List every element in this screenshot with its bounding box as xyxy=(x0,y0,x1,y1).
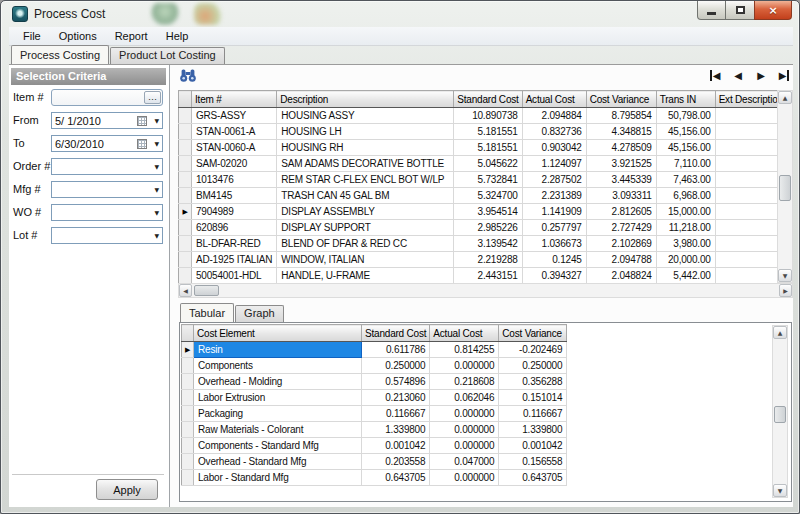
cell-standard_cost[interactable]: 5.324700 xyxy=(454,188,522,204)
dropdown-arrow-icon[interactable]: ▼ xyxy=(154,141,159,147)
row-selector[interactable] xyxy=(182,470,194,486)
cell-cost_variance[interactable]: 0.250000 xyxy=(499,358,567,374)
cell-actual_cost[interactable]: 2.094884 xyxy=(522,108,586,124)
table-row[interactable]: 620896DISPLAY SUPPORT2.9852260.2577972.7… xyxy=(179,220,789,236)
cell-item[interactable]: BM4145 xyxy=(192,188,277,204)
scroll-down-button[interactable]: ▼ xyxy=(778,269,792,282)
cell-standard_cost[interactable]: 10.890738 xyxy=(454,108,522,124)
table-row[interactable]: Overhead - Molding0.5748960.2186080.3562… xyxy=(182,374,567,390)
cell-actual_cost[interactable]: 0.814255 xyxy=(430,342,499,358)
column-header-cost-variance[interactable]: Cost Variance xyxy=(499,325,567,342)
tab-graph[interactable]: Graph xyxy=(235,305,284,322)
cell-actual_cost[interactable]: 1.036673 xyxy=(522,236,586,252)
cell-standard_cost[interactable]: 5.181551 xyxy=(454,140,522,156)
row-selector[interactable] xyxy=(179,236,192,252)
menu-item-options[interactable]: Options xyxy=(50,28,106,44)
cell-cost_variance[interactable]: 0.001042 xyxy=(499,438,567,454)
cell-actual_cost[interactable]: 0.218608 xyxy=(430,374,499,390)
table-row[interactable]: Overhead - Standard Mfg0.2035580.0470000… xyxy=(182,454,567,470)
cell-standard_cost[interactable]: 5.045622 xyxy=(454,156,522,172)
scroll-left-button[interactable]: ◀ xyxy=(179,284,192,297)
cell-cost_variance[interactable]: 2.094788 xyxy=(586,252,656,268)
cell-standard_cost[interactable]: 0.213060 xyxy=(362,390,430,406)
cell-cost_variance[interactable]: 0.643705 xyxy=(499,470,567,486)
row-selector[interactable] xyxy=(179,140,192,156)
table-row[interactable]: Components0.2500000.0000000.250000 xyxy=(182,358,567,374)
cell-element[interactable]: Raw Materials - Colorant xyxy=(194,422,362,438)
table-row[interactable]: STAN-0061-AHOUSING LH5.1815510.8327364.3… xyxy=(179,124,789,140)
cell-cost_variance[interactable]: 0.156558 xyxy=(499,454,567,470)
row-selector-current[interactable]: ▶ xyxy=(182,342,194,358)
cell-element[interactable]: Overhead - Molding xyxy=(194,374,362,390)
maximize-button[interactable] xyxy=(726,1,754,20)
dropdown-arrow-icon[interactable]: ▼ xyxy=(154,187,159,193)
cell-cost_variance[interactable]: 4.278509 xyxy=(586,140,656,156)
cell-cost_variance[interactable]: 0.116667 xyxy=(499,406,567,422)
table-row[interactable]: BL-DFAR-REDBLEND OF DFAR & RED CC3.13954… xyxy=(179,236,789,252)
cell-standard_cost[interactable]: 0.574896 xyxy=(362,374,430,390)
cell-item[interactable]: STAN-0061-A xyxy=(192,124,277,140)
cell-item[interactable]: SAM-02020 xyxy=(192,156,277,172)
scroll-up-button[interactable]: ▲ xyxy=(778,91,792,104)
cell-cost_variance[interactable]: 8.795854 xyxy=(586,108,656,124)
cell-actual_cost[interactable]: 0.257797 xyxy=(522,220,586,236)
dropdown-arrow-icon[interactable]: ▼ xyxy=(154,210,159,216)
table-row[interactable]: Labor - Standard Mfg0.6437050.0000000.64… xyxy=(182,470,567,486)
cell-element[interactable]: Packaging xyxy=(194,406,362,422)
row-selector[interactable] xyxy=(179,108,192,124)
column-header-trans-in[interactable]: Trans IN xyxy=(656,91,715,108)
cell-cost_variance[interactable]: 3.445339 xyxy=(586,172,656,188)
ellipsis-button[interactable]: … xyxy=(144,91,161,104)
cell-trans_in[interactable]: 45,156.00 xyxy=(656,124,715,140)
cell-standard_cost[interactable]: 0.250000 xyxy=(362,358,430,374)
cell-cost_variance[interactable]: 1.339800 xyxy=(499,422,567,438)
cell-trans_in[interactable]: 6,968.00 xyxy=(656,188,715,204)
cell-actual_cost[interactable]: 0.903042 xyxy=(522,140,586,156)
cell-trans_in[interactable]: 7,463.00 xyxy=(656,172,715,188)
row-selector[interactable] xyxy=(182,422,194,438)
cell-cost_variance[interactable]: 2.048824 xyxy=(586,268,656,284)
nav-next-button[interactable]: ▶ xyxy=(753,70,769,82)
cell-standard_cost[interactable]: 5.181551 xyxy=(454,124,522,140)
table-row[interactable]: BM4145TRASH CAN 45 GAL BM5.3247002.23138… xyxy=(179,188,789,204)
mfg-input[interactable]: ▼ xyxy=(51,181,163,198)
lot-input[interactable]: ▼ xyxy=(51,227,163,244)
cell-actual_cost[interactable]: 2.287502 xyxy=(522,172,586,188)
find-button[interactable] xyxy=(179,68,197,84)
cell-cost_variance[interactable]: 4.348815 xyxy=(586,124,656,140)
column-header-cost-variance[interactable]: Cost Variance xyxy=(586,91,656,108)
cell-trans_in[interactable]: 45,156.00 xyxy=(656,140,715,156)
cell-trans_in[interactable]: 3,980.00 xyxy=(656,236,715,252)
row-selector[interactable] xyxy=(179,188,192,204)
wo-input[interactable]: ▼ xyxy=(51,204,163,221)
cell-actual_cost[interactable]: 0.000000 xyxy=(430,470,499,486)
tab-process-costing[interactable]: Process Costing xyxy=(11,45,109,64)
menu-item-help[interactable]: Help xyxy=(157,28,198,44)
cell-description[interactable]: DISPLAY ASSEMBLY xyxy=(277,204,454,220)
scroll-right-button[interactable]: ▶ xyxy=(779,284,792,297)
cell-cost_variance[interactable]: 2.102869 xyxy=(586,236,656,252)
cell-item[interactable]: 7904989 xyxy=(192,204,277,220)
cell-description[interactable]: REM STAR C-FLEX ENCL BOT W/LP xyxy=(277,172,454,188)
scrollbar-thumb[interactable] xyxy=(194,285,219,296)
cell-standard_cost[interactable]: 0.001042 xyxy=(362,438,430,454)
cell-trans_in[interactable]: 20,000.00 xyxy=(656,252,715,268)
to-input[interactable]: 6/30/2010▼ xyxy=(51,135,163,152)
cell-actual_cost[interactable]: 1.141909 xyxy=(522,204,586,220)
cell-actual_cost[interactable]: 0.000000 xyxy=(430,358,499,374)
dropdown-arrow-icon[interactable]: ▼ xyxy=(154,164,159,170)
cell-trans_in[interactable]: 11,218.00 xyxy=(656,220,715,236)
close-button[interactable]: × xyxy=(754,1,792,20)
table-row[interactable]: STAN-0060-AHOUSING RH5.1815510.9030424.2… xyxy=(179,140,789,156)
cell-item[interactable]: GRS-ASSY xyxy=(192,108,277,124)
cell-element[interactable]: Labor Extrusion xyxy=(194,390,362,406)
cell-actual_cost[interactable]: 2.231389 xyxy=(522,188,586,204)
column-header-actual-cost[interactable]: Actual Cost xyxy=(522,91,586,108)
cell-element[interactable]: Components - Standard Mfg xyxy=(194,438,362,454)
column-header-cost-element[interactable]: Cost Element xyxy=(194,325,362,342)
cell-trans_in[interactable]: 5,442.00 xyxy=(656,268,715,284)
row-selector[interactable] xyxy=(182,438,194,454)
nav-last-button[interactable]: ▶ xyxy=(776,70,792,82)
table-row[interactable]: Components - Standard Mfg0.0010420.00000… xyxy=(182,438,567,454)
cell-trans_in[interactable]: 15,000.00 xyxy=(656,204,715,220)
